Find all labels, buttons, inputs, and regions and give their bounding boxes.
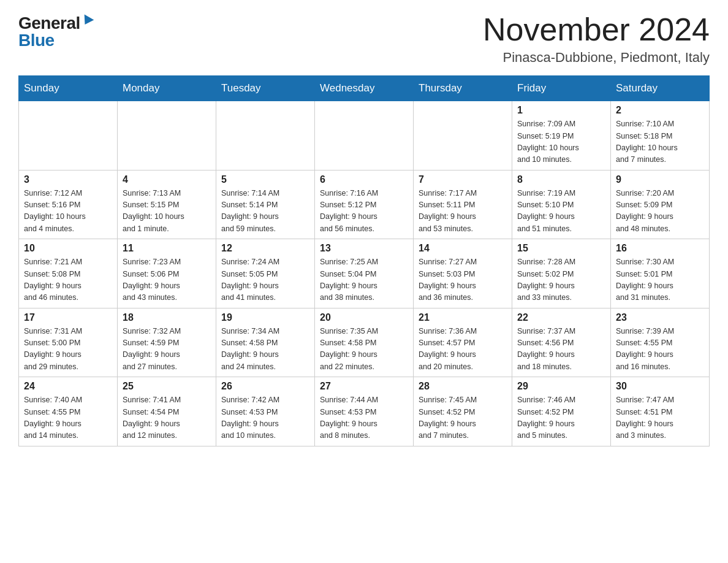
- calendar-table: SundayMondayTuesdayWednesdayThursdayFrid…: [18, 75, 710, 446]
- logo-triangle-icon: [80, 14, 94, 27]
- day-number: 13: [320, 243, 408, 254]
- day-number: 11: [123, 243, 211, 254]
- weekday-header-thursday: Thursday: [414, 76, 512, 101]
- calendar-cell: 19Sunrise: 7:34 AM Sunset: 4:58 PM Dayli…: [216, 308, 315, 377]
- day-info: Sunrise: 7:17 AM Sunset: 5:11 PM Dayligh…: [419, 188, 507, 236]
- header: General Blue November 2024 Pinasca-Dubbi…: [18, 12, 710, 66]
- day-info: Sunrise: 7:09 AM Sunset: 5:19 PM Dayligh…: [517, 118, 605, 166]
- day-info: Sunrise: 7:32 AM Sunset: 4:59 PM Dayligh…: [123, 326, 211, 373]
- day-number: 10: [24, 243, 112, 254]
- day-info: Sunrise: 7:20 AM Sunset: 5:09 PM Dayligh…: [616, 188, 704, 236]
- day-number: 7: [419, 174, 507, 185]
- day-info: Sunrise: 7:12 AM Sunset: 5:16 PM Dayligh…: [24, 188, 112, 236]
- calendar-cell: 25Sunrise: 7:41 AM Sunset: 4:54 PM Dayli…: [118, 377, 216, 446]
- day-number: 26: [221, 381, 309, 392]
- day-number: 25: [123, 381, 211, 392]
- calendar-cell: 26Sunrise: 7:42 AM Sunset: 4:53 PM Dayli…: [216, 377, 315, 446]
- calendar-cell: [414, 101, 512, 170]
- calendar-cell: 29Sunrise: 7:46 AM Sunset: 4:52 PM Dayli…: [512, 377, 611, 446]
- calendar-cell: 7Sunrise: 7:17 AM Sunset: 5:11 PM Daylig…: [414, 170, 512, 239]
- calendar-cell: 4Sunrise: 7:13 AM Sunset: 5:15 PM Daylig…: [118, 170, 216, 239]
- weekday-header-friday: Friday: [512, 76, 611, 101]
- calendar-cell: 18Sunrise: 7:32 AM Sunset: 4:59 PM Dayli…: [118, 308, 216, 377]
- day-number: 9: [616, 174, 704, 185]
- day-number: 29: [517, 381, 605, 392]
- calendar-cell: 28Sunrise: 7:45 AM Sunset: 4:52 PM Dayli…: [414, 377, 512, 446]
- day-info: Sunrise: 7:39 AM Sunset: 4:55 PM Dayligh…: [616, 326, 704, 373]
- day-number: 24: [24, 381, 112, 392]
- logo-general-text: General: [18, 15, 80, 32]
- calendar-cell: 5Sunrise: 7:14 AM Sunset: 5:14 PM Daylig…: [216, 170, 315, 239]
- calendar-cell: [216, 101, 315, 170]
- day-info: Sunrise: 7:19 AM Sunset: 5:10 PM Dayligh…: [517, 188, 605, 236]
- day-info: Sunrise: 7:27 AM Sunset: 5:03 PM Dayligh…: [419, 256, 507, 304]
- day-info: Sunrise: 7:47 AM Sunset: 4:51 PM Dayligh…: [616, 394, 704, 442]
- calendar-cell: 14Sunrise: 7:27 AM Sunset: 5:03 PM Dayli…: [414, 239, 512, 308]
- week-row-4: 17Sunrise: 7:31 AM Sunset: 5:00 PM Dayli…: [19, 308, 710, 377]
- day-info: Sunrise: 7:44 AM Sunset: 4:53 PM Dayligh…: [320, 394, 408, 442]
- weekday-header-saturday: Saturday: [611, 76, 710, 101]
- week-row-5: 24Sunrise: 7:40 AM Sunset: 4:55 PM Dayli…: [19, 377, 710, 446]
- calendar-cell: 15Sunrise: 7:28 AM Sunset: 5:02 PM Dayli…: [512, 239, 611, 308]
- calendar-cell: 11Sunrise: 7:23 AM Sunset: 5:06 PM Dayli…: [118, 239, 216, 308]
- calendar-cell: 3Sunrise: 7:12 AM Sunset: 5:16 PM Daylig…: [19, 170, 118, 239]
- day-info: Sunrise: 7:31 AM Sunset: 5:00 PM Dayligh…: [24, 326, 112, 373]
- day-number: 18: [123, 312, 211, 323]
- day-number: 14: [419, 243, 507, 254]
- day-info: Sunrise: 7:16 AM Sunset: 5:12 PM Dayligh…: [320, 188, 408, 236]
- calendar-cell: 27Sunrise: 7:44 AM Sunset: 4:53 PM Dayli…: [315, 377, 414, 446]
- weekday-header-tuesday: Tuesday: [216, 76, 315, 101]
- calendar-cell: 24Sunrise: 7:40 AM Sunset: 4:55 PM Dayli…: [19, 377, 118, 446]
- day-info: Sunrise: 7:46 AM Sunset: 4:52 PM Dayligh…: [517, 394, 605, 442]
- week-row-3: 10Sunrise: 7:21 AM Sunset: 5:08 PM Dayli…: [19, 239, 710, 308]
- day-number: 30: [616, 381, 704, 392]
- day-info: Sunrise: 7:30 AM Sunset: 5:01 PM Dayligh…: [616, 256, 704, 304]
- day-number: 4: [123, 174, 211, 185]
- week-row-1: 1Sunrise: 7:09 AM Sunset: 5:19 PM Daylig…: [19, 101, 710, 170]
- day-info: Sunrise: 7:10 AM Sunset: 5:18 PM Dayligh…: [616, 118, 704, 166]
- calendar-cell: 10Sunrise: 7:21 AM Sunset: 5:08 PM Dayli…: [19, 239, 118, 308]
- day-number: 3: [24, 174, 112, 185]
- day-number: 28: [419, 381, 507, 392]
- day-info: Sunrise: 7:23 AM Sunset: 5:06 PM Dayligh…: [123, 256, 211, 304]
- day-info: Sunrise: 7:25 AM Sunset: 5:04 PM Dayligh…: [320, 256, 408, 304]
- day-number: 1: [517, 105, 605, 116]
- day-number: 27: [320, 381, 408, 392]
- day-number: 19: [221, 312, 309, 323]
- weekday-header-sunday: Sunday: [19, 76, 118, 101]
- day-number: 16: [616, 243, 704, 254]
- day-info: Sunrise: 7:45 AM Sunset: 4:52 PM Dayligh…: [419, 394, 507, 442]
- calendar-cell: 20Sunrise: 7:35 AM Sunset: 4:58 PM Dayli…: [315, 308, 414, 377]
- day-info: Sunrise: 7:14 AM Sunset: 5:14 PM Dayligh…: [221, 188, 309, 236]
- logo-blue-text: Blue: [18, 32, 55, 49]
- day-info: Sunrise: 7:13 AM Sunset: 5:15 PM Dayligh…: [123, 188, 211, 236]
- day-number: 17: [24, 312, 112, 323]
- day-info: Sunrise: 7:42 AM Sunset: 4:53 PM Dayligh…: [221, 394, 309, 442]
- title-area: November 2024 Pinasca-Dubbione, Piedmont…: [483, 12, 710, 66]
- day-info: Sunrise: 7:40 AM Sunset: 4:55 PM Dayligh…: [24, 394, 112, 442]
- calendar-cell: 22Sunrise: 7:37 AM Sunset: 4:56 PM Dayli…: [512, 308, 611, 377]
- calendar-cell: 2Sunrise: 7:10 AM Sunset: 5:18 PM Daylig…: [611, 101, 710, 170]
- calendar-cell: 12Sunrise: 7:24 AM Sunset: 5:05 PM Dayli…: [216, 239, 315, 308]
- day-info: Sunrise: 7:36 AM Sunset: 4:57 PM Dayligh…: [419, 326, 507, 373]
- day-number: 2: [616, 105, 704, 116]
- calendar-cell: 30Sunrise: 7:47 AM Sunset: 4:51 PM Dayli…: [611, 377, 710, 446]
- location-subtitle: Pinasca-Dubbione, Piedmont, Italy: [483, 50, 710, 66]
- day-info: Sunrise: 7:24 AM Sunset: 5:05 PM Dayligh…: [221, 256, 309, 304]
- logo: General Blue: [18, 12, 93, 49]
- week-row-2: 3Sunrise: 7:12 AM Sunset: 5:16 PM Daylig…: [19, 170, 710, 239]
- day-info: Sunrise: 7:28 AM Sunset: 5:02 PM Dayligh…: [517, 256, 605, 304]
- day-number: 22: [517, 312, 605, 323]
- day-info: Sunrise: 7:34 AM Sunset: 4:58 PM Dayligh…: [221, 326, 309, 373]
- calendar-cell: 9Sunrise: 7:20 AM Sunset: 5:09 PM Daylig…: [611, 170, 710, 239]
- calendar-cell: 13Sunrise: 7:25 AM Sunset: 5:04 PM Dayli…: [315, 239, 414, 308]
- day-number: 12: [221, 243, 309, 254]
- calendar-cell: [315, 101, 414, 170]
- day-info: Sunrise: 7:37 AM Sunset: 4:56 PM Dayligh…: [517, 326, 605, 373]
- day-number: 6: [320, 174, 408, 185]
- day-info: Sunrise: 7:41 AM Sunset: 4:54 PM Dayligh…: [123, 394, 211, 442]
- calendar-cell: 17Sunrise: 7:31 AM Sunset: 5:00 PM Dayli…: [19, 308, 118, 377]
- calendar-cell: 21Sunrise: 7:36 AM Sunset: 4:57 PM Dayli…: [414, 308, 512, 377]
- day-number: 21: [419, 312, 507, 323]
- weekday-header-row: SundayMondayTuesdayWednesdayThursdayFrid…: [19, 76, 710, 101]
